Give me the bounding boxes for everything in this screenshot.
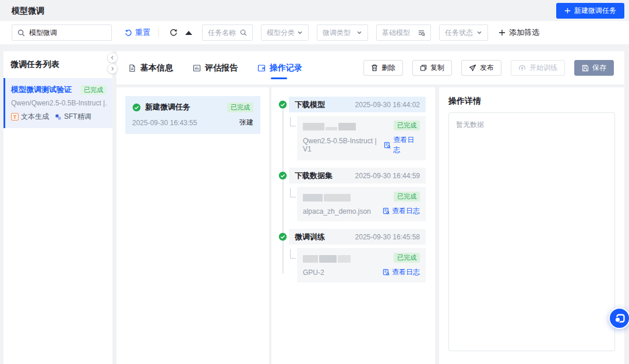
tag-text-generation: T 文本生成	[11, 112, 49, 122]
empty-data-text: 暂无数据	[456, 120, 607, 130]
task-status-badge: 已完成	[80, 85, 107, 95]
connector-elbow	[290, 188, 296, 197]
check-circle-icon	[278, 100, 287, 109]
step-header[interactable]: 下载数据集 2025-09-30 16:44:59	[289, 168, 426, 183]
search-icon	[17, 29, 25, 37]
reset-filters-button[interactable]: 重置	[125, 27, 150, 38]
step-download-dataset: 下载数据集 2025-09-30 16:44:59 已完成 alpaca_zh_…	[271, 168, 426, 229]
step-title: 下载数据集	[295, 171, 333, 181]
report-chart-icon	[193, 64, 201, 72]
check-circle-icon	[278, 232, 287, 241]
collapse-right-icon[interactable]	[107, 63, 118, 74]
keyword-search-value: 模型微调	[29, 28, 57, 38]
tag-sft-label: SFT精调	[64, 112, 91, 122]
step-detail: alpaca_zh_demo.json	[303, 207, 371, 215]
tab-evaluation-report[interactable]: 评估报告	[193, 51, 238, 84]
view-log-label: 查看日志	[392, 206, 420, 216]
tab-operation-record-label: 操作记录	[270, 63, 302, 73]
root-event-status-badge: 已完成	[227, 103, 253, 112]
check-circle-icon	[132, 103, 141, 112]
step-detail: Qwen2.5-0.5B-Instruct | V1	[303, 137, 384, 153]
model-category-label: 模型分类	[267, 28, 295, 38]
finetune-type-label: 微调类型	[323, 28, 351, 38]
collapse-left-icon[interactable]	[107, 52, 118, 63]
log-icon	[384, 142, 391, 149]
view-log-link[interactable]: 查看日志	[384, 135, 420, 155]
save-button-label: 保存	[592, 63, 606, 73]
task-status-select[interactable]: 任务状态	[439, 24, 488, 41]
collapse-filters-icon[interactable]	[182, 26, 195, 39]
step-title: 下载模型	[295, 100, 325, 110]
step-header[interactable]: 下载模型 2025-09-30 16:44:02	[289, 97, 426, 112]
root-event-time: 2025-09-30 16:43:55	[132, 119, 197, 127]
copy-button[interactable]: 复制	[412, 60, 452, 76]
step-download-model: 下载模型 2025-09-30 16:44:02 已完成 Qwe	[271, 97, 426, 168]
add-filter-button[interactable]: 添加筛选	[499, 27, 539, 38]
step-sub-card[interactable]: 已完成 GPU-2 查看日志	[297, 248, 426, 282]
create-finetune-task-button[interactable]: 新建微调任务	[556, 3, 624, 19]
tab-basic-info-label: 基本信息	[140, 63, 173, 73]
start-training-icon	[518, 64, 526, 72]
finetune-task-list-panel: 微调任务列表 模型微调测试验证 已完成 Qwen/Qwen2.5-0.5B-In…	[3, 51, 112, 364]
send-icon	[469, 64, 476, 72]
model-category-select[interactable]: 模型分类	[261, 24, 309, 41]
action-buttons: 删除 复制 发布 开始训练 保存	[363, 60, 614, 76]
add-filter-label: 添加筛选	[509, 27, 539, 38]
document-icon	[128, 64, 136, 72]
root-event-operator: 张建	[239, 118, 253, 128]
steps-timeline: 下载模型 2025-09-30 16:44:02 已完成 Qwe	[271, 97, 426, 290]
step-status-badge: 已完成	[394, 192, 420, 202]
tag-sft: SFT精调	[55, 112, 91, 122]
publish-button[interactable]: 发布	[461, 60, 501, 76]
root-event-card[interactable]: 新建微调任务 已完成 2025-09-30 16:43:55 张建	[125, 96, 260, 134]
record-icon	[257, 64, 266, 72]
start-training-button[interactable]: 开始训练	[511, 60, 565, 76]
sft-icon	[55, 114, 62, 121]
view-log-link[interactable]: 查看日志	[383, 206, 420, 216]
reset-label: 重置	[135, 27, 150, 38]
page-title: 模型微调	[12, 6, 44, 16]
assistant-logo-icon	[613, 312, 627, 326]
step-time: 2025-09-30 16:44:02	[355, 101, 420, 109]
history-root-column: 新建微调任务 已完成 2025-09-30 16:43:55 张建	[116, 87, 269, 364]
redacted-text	[303, 194, 351, 202]
refresh-icon[interactable]	[167, 26, 180, 39]
task-name-placeholder: 任务名称	[208, 28, 236, 38]
task-status-label: 任务状态	[445, 28, 473, 38]
operation-detail-title: 操作详情	[448, 96, 615, 107]
keyword-search-input[interactable]: 模型微调	[12, 24, 112, 41]
tab-operation-record[interactable]: 操作记录	[257, 51, 302, 84]
search-icon	[240, 29, 247, 36]
detail-header-panel: 基本信息 评估报告 操作记录 删除 复制	[116, 51, 624, 84]
base-model-select[interactable]: 基础模型	[376, 24, 431, 41]
divider	[158, 29, 159, 37]
redacted-text	[303, 255, 351, 263]
copy-button-label: 复制	[430, 63, 444, 73]
chevron-down-icon	[476, 30, 482, 36]
trash-icon	[371, 64, 378, 72]
tab-basic-info[interactable]: 基本信息	[128, 51, 173, 84]
step-title: 微调训练	[295, 232, 325, 242]
delete-button[interactable]: 删除	[363, 60, 403, 76]
step-finetune-training: 微调训练 2025-09-30 16:45:58 已完成 GPU	[271, 229, 426, 290]
assistant-floating-button[interactable]	[609, 308, 629, 329]
plus-icon	[499, 29, 506, 36]
step-time: 2025-09-30 16:45:58	[355, 233, 420, 241]
view-log-link[interactable]: 查看日志	[383, 267, 420, 277]
finetune-type-select[interactable]: 微调类型	[317, 24, 368, 41]
title-bar: 模型微调 新建微调任务	[0, 0, 629, 21]
task-name-filter-input[interactable]: 任务名称	[202, 24, 253, 41]
step-header[interactable]: 微调训练 2025-09-30 16:45:58	[289, 229, 426, 245]
view-log-label: 查看日志	[393, 135, 420, 155]
step-sub-card[interactable]: 已完成 Qwen2.5-0.5B-Instruct | V1 查看日志	[297, 116, 426, 160]
history-steps-column: 下载模型 2025-09-30 16:44:02 已完成 Qwe	[271, 87, 435, 364]
tab-evaluation-report-label: 评估报告	[205, 63, 238, 73]
connector-elbow	[290, 249, 296, 259]
task-name: 模型微调测试验证	[11, 84, 72, 95]
task-list-item[interactable]: 模型微调测试验证 已完成 Qwen/Qwen2.5-0.5B-Instruct …	[3, 78, 112, 128]
task-base-model: Qwen/Qwen2.5-0.5B-Instruct |...	[11, 99, 107, 107]
step-sub-card[interactable]: 已完成 alpaca_zh_demo.json 查看日志	[297, 187, 426, 221]
log-icon	[383, 268, 390, 276]
save-button[interactable]: 保存	[574, 60, 614, 76]
step-status-badge: 已完成	[394, 253, 420, 263]
